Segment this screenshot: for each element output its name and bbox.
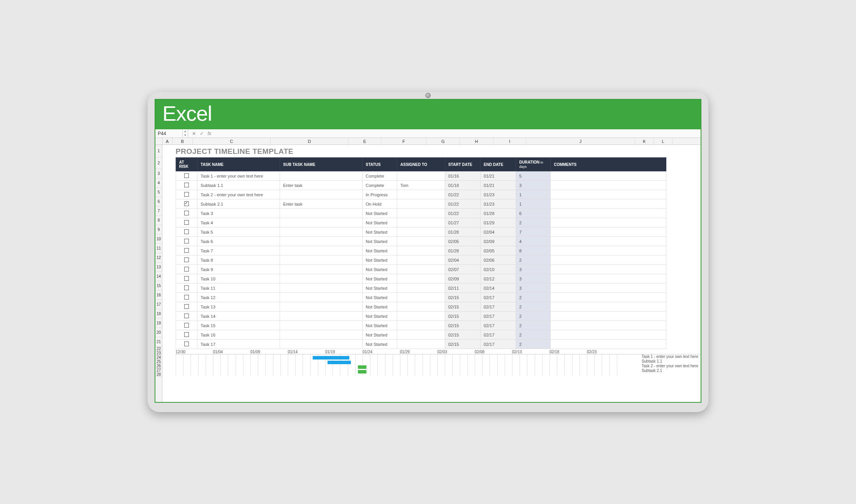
cell-status[interactable]: In Progress xyxy=(362,190,397,199)
cell-subtask[interactable]: Enter task xyxy=(280,181,363,190)
cell-assigned[interactable] xyxy=(397,330,445,340)
cell-at-risk[interactable] xyxy=(176,321,197,330)
cell-at-risk[interactable] xyxy=(176,256,197,265)
cell-status[interactable]: Not Started xyxy=(362,312,397,321)
cell-comments[interactable] xyxy=(551,237,666,246)
row-header[interactable]: 22 xyxy=(155,347,162,351)
cell-subtask[interactable] xyxy=(280,256,363,265)
cell-at-risk[interactable] xyxy=(176,199,197,209)
cell-task[interactable]: Task 17 xyxy=(197,340,280,349)
gantt-bar[interactable] xyxy=(358,365,366,369)
checkbox-icon[interactable] xyxy=(184,314,189,318)
col-header-C[interactable]: C xyxy=(193,138,271,145)
col-header-F[interactable]: F xyxy=(381,138,426,145)
cell-comments[interactable] xyxy=(551,265,666,274)
row-header[interactable]: 11 xyxy=(155,244,162,253)
cell-assigned[interactable]: Tom xyxy=(397,181,445,190)
table-row[interactable]: Task 6Not Started02/0502/094 xyxy=(176,237,666,246)
col-header-E[interactable]: E xyxy=(349,138,381,145)
hdr-start[interactable]: START DATE xyxy=(445,158,480,171)
cell-assigned[interactable] xyxy=(397,265,445,274)
cell-at-risk[interactable] xyxy=(176,330,197,340)
hdr-duration[interactable]: DURATION in days xyxy=(516,158,551,171)
cell-status[interactable]: Complete xyxy=(362,181,397,190)
row-header[interactable]: 2 xyxy=(155,157,162,169)
col-header-L[interactable]: L xyxy=(654,138,673,145)
hdr-status[interactable]: STATUS xyxy=(362,158,397,171)
cell-at-risk[interactable] xyxy=(176,302,197,312)
checkbox-icon[interactable] xyxy=(184,211,189,215)
checkbox-icon[interactable] xyxy=(184,173,189,178)
row-header[interactable]: 19 xyxy=(155,319,162,328)
cell-end[interactable]: 02/10 xyxy=(481,265,516,274)
cell-task[interactable]: Task 14 xyxy=(197,312,280,321)
cell-end[interactable]: 01/23 xyxy=(481,199,516,209)
cell-duration[interactable]: 3 xyxy=(516,274,551,284)
cancel-icon[interactable]: ✕ xyxy=(192,131,196,136)
cell-status[interactable]: Not Started xyxy=(362,218,397,227)
cell-status[interactable]: Not Started xyxy=(362,265,397,274)
row-header[interactable]: 8 xyxy=(155,216,162,225)
checkbox-icon[interactable] xyxy=(184,285,189,290)
hdr-at-risk[interactable]: AT RISK xyxy=(176,158,197,171)
row-header[interactable]: 5 xyxy=(155,188,162,197)
row-header[interactable]: 12 xyxy=(155,253,162,263)
cell-status[interactable]: Not Started xyxy=(362,209,397,218)
hdr-assigned[interactable]: ASSIGNED TO xyxy=(397,158,445,171)
cell-end[interactable]: 02/12 xyxy=(481,274,516,284)
cell-comments[interactable] xyxy=(551,274,666,284)
cell-task[interactable]: Task 9 xyxy=(197,265,280,274)
cell-comments[interactable] xyxy=(551,190,666,199)
row-header[interactable]: 13 xyxy=(155,263,162,272)
cell-end[interactable]: 02/17 xyxy=(481,293,516,302)
row-header[interactable]: 27 xyxy=(155,368,162,372)
cell-start[interactable]: 02/15 xyxy=(445,312,480,321)
cell-end[interactable]: 02/17 xyxy=(481,340,516,349)
cell-subtask[interactable] xyxy=(280,209,363,218)
cell-end[interactable]: 02/17 xyxy=(481,312,516,321)
row-header[interactable]: 25 xyxy=(155,359,162,364)
checkbox-icon[interactable] xyxy=(184,239,189,243)
cells-area[interactable]: PROJECT TIMELINE TEMPLATE AT RISK TASK N… xyxy=(162,145,701,402)
cell-task[interactable]: Task 1 - enter your own text here xyxy=(197,171,280,181)
cell-subtask[interactable] xyxy=(280,340,363,349)
col-header-K[interactable]: K xyxy=(635,138,654,145)
table-row[interactable]: Task 13Not Started02/1502/172 xyxy=(176,302,666,312)
cell-assigned[interactable] xyxy=(397,246,445,256)
formula-input[interactable] xyxy=(215,133,701,134)
cell-subtask[interactable] xyxy=(280,265,363,274)
cell-assigned[interactable] xyxy=(397,171,445,181)
row-header[interactable]: 23 xyxy=(155,351,162,355)
cell-start[interactable]: 01/22 xyxy=(445,199,480,209)
name-box-stepper[interactable]: ▲ ▼ xyxy=(183,129,188,137)
cell-comments[interactable] xyxy=(551,302,666,312)
cell-subtask[interactable] xyxy=(280,190,363,199)
cell-status[interactable]: Not Started xyxy=(362,256,397,265)
cell-status[interactable]: Not Started xyxy=(362,302,397,312)
row-header[interactable]: 7 xyxy=(155,206,162,216)
cell-task[interactable]: Task 13 xyxy=(197,302,280,312)
row-header[interactable]: 26 xyxy=(155,364,162,368)
cell-assigned[interactable] xyxy=(397,256,445,265)
cell-at-risk[interactable] xyxy=(176,190,197,199)
cell-comments[interactable] xyxy=(551,209,666,218)
checkbox-icon[interactable] xyxy=(184,248,189,253)
cell-subtask[interactable] xyxy=(280,312,363,321)
cell-duration[interactable]: 2 xyxy=(516,302,551,312)
cell-start[interactable]: 01/28 xyxy=(445,246,480,256)
cell-duration[interactable]: 2 xyxy=(516,293,551,302)
table-row[interactable]: Task 9Not Started02/0702/103 xyxy=(176,265,666,274)
cell-assigned[interactable] xyxy=(397,209,445,218)
cell-status[interactable]: Complete xyxy=(362,171,397,181)
cell-task[interactable]: Subtask 2.1 xyxy=(197,199,280,209)
row-header[interactable]: 24 xyxy=(155,355,162,359)
cell-task[interactable]: Task 7 xyxy=(197,246,280,256)
cell-end[interactable]: 02/17 xyxy=(481,330,516,340)
hdr-subtask[interactable]: SUB TASK NAME xyxy=(280,158,363,171)
cell-at-risk[interactable] xyxy=(176,265,197,274)
cell-subtask[interactable] xyxy=(280,171,363,181)
cell-status[interactable]: Not Started xyxy=(362,321,397,330)
cell-subtask[interactable] xyxy=(280,274,363,284)
row-header[interactable]: 4 xyxy=(155,178,162,188)
hdr-comments[interactable]: COMMENTS xyxy=(551,158,666,171)
